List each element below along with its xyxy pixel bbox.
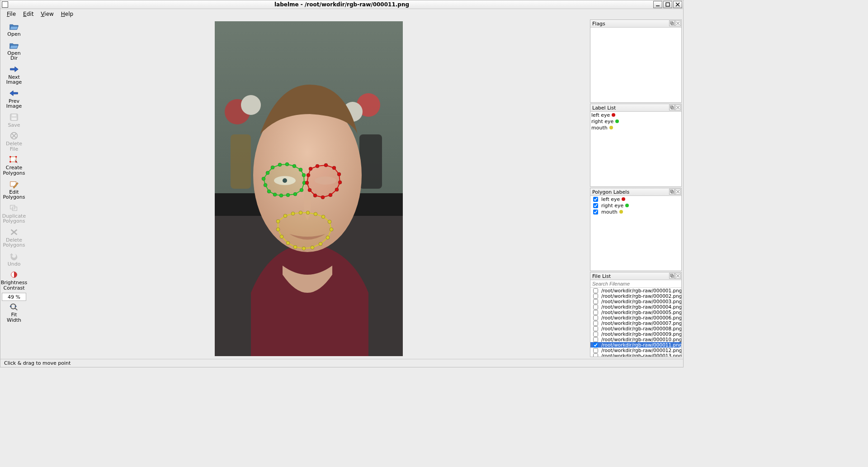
polygon-label-item[interactable]: left eye: [590, 196, 681, 202]
label-list-item[interactable]: left eye: [590, 112, 681, 118]
polygon-vertex[interactable]: [330, 228, 333, 231]
edit-polygons-button[interactable]: Edit Polygons: [2, 178, 26, 202]
polygon-vertex[interactable]: [302, 247, 306, 250]
file-list-item[interactable]: /root/workdir/rgb-raw/000009.png: [590, 331, 681, 337]
label-list-title[interactable]: Label List: [590, 104, 681, 112]
file-checkbox[interactable]: [593, 326, 598, 331]
open-button[interactable]: Open: [2, 20, 26, 39]
image-viewport[interactable]: [215, 21, 403, 356]
label-list-item[interactable]: right eye: [590, 118, 681, 124]
label-list-body[interactable]: left eye right eye mouth: [590, 112, 681, 186]
dock-float-icon[interactable]: [669, 105, 675, 110]
polygon-vertex[interactable]: [279, 194, 283, 197]
file-checkbox[interactable]: [593, 305, 598, 310]
polygon-vertex[interactable]: [324, 163, 328, 167]
next-image-button[interactable]: Next Image: [2, 63, 26, 87]
polygon-vertex[interactable]: [292, 164, 296, 168]
file-list-item[interactable]: /root/workdir/rgb-raw/000010.png: [590, 337, 681, 342]
polygon-vertex[interactable]: [305, 181, 309, 185]
polygon-vertex[interactable]: [335, 188, 339, 191]
file-list-rows[interactable]: /root/workdir/rgb-raw/000001.png/root/wo…: [590, 288, 681, 357]
file-list-title[interactable]: File List: [590, 272, 681, 280]
polygon-label-item[interactable]: mouth: [590, 209, 681, 215]
flags-title[interactable]: Flags: [590, 20, 681, 28]
polygon-vertex[interactable]: [313, 194, 317, 197]
file-checkbox[interactable]: [593, 353, 598, 357]
file-list-item[interactable]: /root/workdir/rgb-raw/000005.png: [590, 310, 681, 315]
polygon-vertex[interactable]: [299, 168, 302, 172]
polygon-vertex[interactable]: [300, 188, 303, 192]
polygon-vertex[interactable]: [291, 212, 295, 215]
file-checkbox[interactable]: [593, 321, 598, 326]
file-list-item[interactable]: /root/workdir/rgb-raw/000007.png: [590, 320, 681, 326]
file-list-item[interactable]: /root/workdir/rgb-raw/000008.png: [590, 326, 681, 331]
polygon-visibility-checkbox[interactable]: [593, 203, 598, 208]
flags-body[interactable]: [590, 28, 681, 102]
file-checkbox[interactable]: [593, 315, 598, 320]
polygon-vertex[interactable]: [267, 190, 271, 193]
dock-close-icon[interactable]: [675, 273, 681, 279]
dock-close-icon[interactable]: [675, 105, 681, 110]
polygon-mouth[interactable]: [276, 211, 333, 250]
polygon-vertex[interactable]: [293, 245, 297, 249]
polygon-vertex[interactable]: [319, 242, 322, 246]
polygon-labels-body[interactable]: left eye right eye mouth: [590, 196, 681, 271]
open-dir-button[interactable]: Open Dir: [2, 39, 26, 63]
file-list-item[interactable]: /root/workdir/rgb-raw/000004.png: [590, 304, 681, 310]
file-list-item[interactable]: /root/workdir/rgb-raw/000013.png: [590, 353, 681, 357]
file-checkbox[interactable]: [593, 299, 598, 304]
file-checkbox[interactable]: [593, 337, 598, 342]
canvas-area[interactable]: [28, 19, 590, 359]
polygon-vertex[interactable]: [308, 188, 311, 192]
polygon-vertex[interactable]: [273, 193, 277, 196]
file-checkbox[interactable]: [593, 332, 598, 337]
brightness-contrast-button[interactable]: Brightness Contrast: [2, 269, 26, 293]
menu-help[interactable]: Help: [57, 10, 77, 18]
polygon-labels-title[interactable]: Polygon Labels: [590, 188, 681, 196]
file-checkbox[interactable]: [593, 348, 598, 353]
polygon-left-eye[interactable]: [305, 163, 342, 199]
fit-width-button[interactable]: Fit Width: [2, 301, 26, 325]
create-polygons-button[interactable]: Create Polygons: [2, 154, 26, 178]
file-checkbox[interactable]: [593, 343, 598, 348]
dock-close-icon[interactable]: [675, 189, 681, 195]
polygon-vertex[interactable]: [338, 181, 342, 184]
maximize-button[interactable]: [663, 1, 672, 8]
zoom-value-box[interactable]: 49 %: [2, 293, 26, 301]
file-list-item[interactable]: /root/workdir/rgb-raw/000011.png: [590, 342, 681, 348]
polygon-vertex[interactable]: [337, 172, 341, 176]
polygon-vertex[interactable]: [280, 235, 283, 238]
polygon-vertex[interactable]: [329, 193, 332, 197]
menu-view[interactable]: View: [37, 10, 57, 18]
polygon-visibility-checkbox[interactable]: [593, 197, 598, 202]
polygon-vertex[interactable]: [321, 195, 325, 199]
label-list-item[interactable]: mouth: [590, 124, 681, 131]
polygon-vertex[interactable]: [262, 177, 265, 181]
polygon-vertex[interactable]: [332, 166, 336, 170]
close-button[interactable]: [673, 1, 682, 8]
polygon-vertex[interactable]: [293, 192, 297, 196]
file-search-input[interactable]: [590, 280, 681, 288]
menu-edit[interactable]: Edit: [19, 10, 37, 18]
polygon-vertex[interactable]: [285, 162, 289, 166]
file-list-item[interactable]: /root/workdir/rgb-raw/000006.png: [590, 315, 681, 320]
polygon-vertex[interactable]: [264, 183, 267, 187]
dock-float-icon[interactable]: [669, 273, 675, 279]
menu-file[interactable]: File: [3, 10, 19, 18]
file-list-item[interactable]: /root/workdir/rgb-raw/000001.png: [590, 288, 681, 293]
file-list-item[interactable]: /root/workdir/rgb-raw/000012.png: [590, 348, 681, 353]
polygon-vertex[interactable]: [266, 171, 269, 175]
prev-image-button[interactable]: Prev Image: [2, 87, 26, 111]
dock-float-icon[interactable]: [669, 20, 675, 26]
polygon-vertex[interactable]: [311, 246, 314, 249]
file-list-item[interactable]: /root/workdir/rgb-raw/000003.png: [590, 299, 681, 304]
file-checkbox[interactable]: [593, 288, 598, 293]
polygon-label-item[interactable]: right eye: [590, 202, 681, 209]
minimize-button[interactable]: [653, 1, 662, 8]
polygon-vertex[interactable]: [321, 215, 325, 219]
polygon-vertex[interactable]: [278, 163, 282, 167]
polygon-vertex[interactable]: [299, 211, 302, 214]
polygon-vertex[interactable]: [328, 220, 331, 224]
polygon-vertex[interactable]: [271, 166, 274, 169]
polygon-vertex[interactable]: [276, 219, 280, 223]
